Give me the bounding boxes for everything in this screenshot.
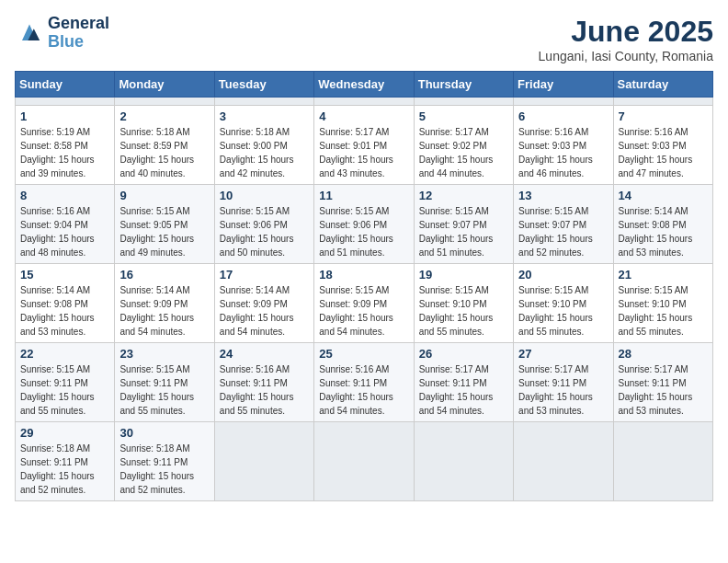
table-row: 8 Sunrise: 5:16 AMSunset: 9:04 PMDayligh… xyxy=(16,185,713,264)
header: GeneralBlue June 2025 Lungani, Iasi Coun… xyxy=(15,15,713,63)
list-item: 12 Sunrise: 5:15 AMSunset: 9:07 PMDaylig… xyxy=(414,185,513,264)
list-item: 13 Sunrise: 5:15 AMSunset: 9:07 PMDaylig… xyxy=(514,185,613,264)
list-item: 4 Sunrise: 5:17 AMSunset: 9:01 PMDayligh… xyxy=(314,106,414,185)
list-item: 22 Sunrise: 5:15 AMSunset: 9:11 PMDaylig… xyxy=(16,343,115,422)
header-tuesday: Tuesday xyxy=(214,72,313,98)
list-item: 11 Sunrise: 5:15 AMSunset: 9:06 PMDaylig… xyxy=(314,185,414,264)
list-item: 7 Sunrise: 5:16 AMSunset: 9:03 PMDayligh… xyxy=(613,106,712,185)
list-item: 8 Sunrise: 5:16 AMSunset: 9:04 PMDayligh… xyxy=(16,185,115,264)
empty-cell xyxy=(115,98,214,106)
list-item: 25 Sunrise: 5:16 AMSunset: 9:11 PMDaylig… xyxy=(314,343,414,422)
logo-text: GeneralBlue xyxy=(48,15,109,52)
list-item: 18 Sunrise: 5:15 AMSunset: 9:09 PMDaylig… xyxy=(314,264,414,343)
empty-cell xyxy=(414,422,513,501)
list-item: 14 Sunrise: 5:14 AMSunset: 9:08 PMDaylig… xyxy=(613,185,712,264)
empty-cell xyxy=(514,98,613,106)
list-item: 26 Sunrise: 5:17 AMSunset: 9:11 PMDaylig… xyxy=(414,343,513,422)
empty-cell xyxy=(16,98,115,106)
list-item: 6 Sunrise: 5:16 AMSunset: 9:03 PMDayligh… xyxy=(514,106,613,185)
table-row: 1 Sunrise: 5:19 AMSunset: 8:58 PMDayligh… xyxy=(16,106,713,185)
empty-cell xyxy=(214,422,313,501)
list-item: 1 Sunrise: 5:19 AMSunset: 8:58 PMDayligh… xyxy=(16,106,115,185)
list-item: 24 Sunrise: 5:16 AMSunset: 9:11 PMDaylig… xyxy=(214,343,313,422)
list-item: 15 Sunrise: 5:14 AMSunset: 9:08 PMDaylig… xyxy=(16,264,115,343)
empty-cell xyxy=(314,422,414,501)
table-row xyxy=(16,98,713,106)
list-item: 20 Sunrise: 5:15 AMSunset: 9:10 PMDaylig… xyxy=(514,264,613,343)
list-item: 5 Sunrise: 5:17 AMSunset: 9:02 PMDayligh… xyxy=(414,106,513,185)
calendar-body: 1 Sunrise: 5:19 AMSunset: 8:58 PMDayligh… xyxy=(16,98,713,501)
list-item: 30 Sunrise: 5:18 AMSunset: 9:11 PMDaylig… xyxy=(115,422,214,501)
table-row: 22 Sunrise: 5:15 AMSunset: 9:11 PMDaylig… xyxy=(16,343,713,422)
calendar-subtitle: Lungani, Iasi County, Romania xyxy=(539,49,713,63)
list-item: 23 Sunrise: 5:15 AMSunset: 9:11 PMDaylig… xyxy=(115,343,214,422)
list-item: 3 Sunrise: 5:18 AMSunset: 9:00 PMDayligh… xyxy=(214,106,313,185)
logo-icon xyxy=(15,18,44,48)
list-item: 2 Sunrise: 5:18 AMSunset: 8:59 PMDayligh… xyxy=(115,106,214,185)
title-area: June 2025 Lungani, Iasi County, Romania xyxy=(539,15,713,63)
logo: GeneralBlue xyxy=(15,15,109,52)
list-item: 17 Sunrise: 5:14 AMSunset: 9:09 PMDaylig… xyxy=(214,264,313,343)
header-thursday: Thursday xyxy=(414,72,513,98)
header-friday: Friday xyxy=(514,72,613,98)
calendar-table: Sunday Monday Tuesday Wednesday Thursday… xyxy=(15,71,713,501)
list-item: 27 Sunrise: 5:17 AMSunset: 9:11 PMDaylig… xyxy=(514,343,613,422)
empty-cell xyxy=(514,422,613,501)
calendar-header: Sunday Monday Tuesday Wednesday Thursday… xyxy=(16,72,713,98)
empty-cell xyxy=(414,98,513,106)
list-item: 29 Sunrise: 5:18 AMSunset: 9:11 PMDaylig… xyxy=(16,422,115,501)
list-item: 28 Sunrise: 5:17 AMSunset: 9:11 PMDaylig… xyxy=(613,343,712,422)
calendar-title: June 2025 xyxy=(539,15,713,49)
header-sunday: Sunday xyxy=(16,72,115,98)
list-item: 9 Sunrise: 5:15 AMSunset: 9:05 PMDayligh… xyxy=(115,185,214,264)
list-item: 16 Sunrise: 5:14 AMSunset: 9:09 PMDaylig… xyxy=(115,264,214,343)
list-item: 19 Sunrise: 5:15 AMSunset: 9:10 PMDaylig… xyxy=(414,264,513,343)
header-saturday: Saturday xyxy=(613,72,712,98)
empty-cell xyxy=(613,98,712,106)
empty-cell xyxy=(314,98,414,106)
list-item: 21 Sunrise: 5:15 AMSunset: 9:10 PMDaylig… xyxy=(613,264,712,343)
header-monday: Monday xyxy=(115,72,214,98)
header-wednesday: Wednesday xyxy=(314,72,414,98)
table-row: 15 Sunrise: 5:14 AMSunset: 9:08 PMDaylig… xyxy=(16,264,713,343)
list-item: 10 Sunrise: 5:15 AMSunset: 9:06 PMDaylig… xyxy=(214,185,313,264)
header-row: Sunday Monday Tuesday Wednesday Thursday… xyxy=(16,72,713,98)
table-row: 29 Sunrise: 5:18 AMSunset: 9:11 PMDaylig… xyxy=(16,422,713,501)
empty-cell xyxy=(613,422,712,501)
empty-cell xyxy=(214,98,313,106)
